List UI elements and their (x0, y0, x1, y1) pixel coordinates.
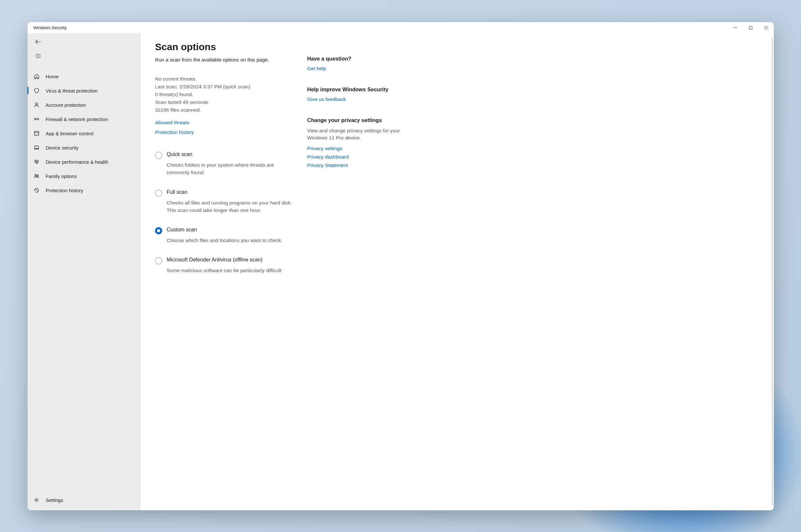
radio-description: Some malicious software can be particula… (167, 267, 282, 274)
radio-label: Microsoft Defender Antivirus (offline sc… (167, 257, 282, 263)
sidebar-item-label: Device performance & health (46, 159, 108, 165)
aside-privacy-block: Change your privacy settings View and ch… (307, 117, 401, 168)
svg-rect-1 (749, 26, 752, 29)
sidebar: Home Virus & threat protection Account p… (27, 33, 141, 510)
privacy-settings-link[interactable]: Privacy settings (307, 146, 401, 151)
close-button[interactable] (758, 22, 774, 33)
sidebar-item-account[interactable]: Account protection (27, 98, 141, 112)
person-icon (33, 101, 40, 108)
svg-point-7 (36, 103, 38, 105)
status-threats-found: 0 threat(s) found. (155, 91, 298, 98)
radio-option-quick-scan[interactable]: Quick scan Checks folders in your system… (155, 151, 298, 176)
svg-rect-9 (34, 131, 39, 135)
titlebar: Windows Security (27, 22, 774, 33)
radio-option-full-scan[interactable]: Full scan Checks all files and running p… (155, 189, 298, 214)
minimize-button[interactable] (727, 22, 743, 33)
window-body: Home Virus & threat protection Account p… (27, 33, 774, 510)
minimize-icon (733, 26, 737, 30)
radio-icon (155, 227, 162, 234)
scrollbar[interactable] (772, 38, 773, 506)
status-last-scan: Last scan: 2/28/2024 3:37 PM (quick scan… (155, 83, 298, 91)
radio-label: Full scan (167, 189, 298, 195)
back-arrow-icon (35, 39, 41, 44)
app-window-icon (33, 130, 40, 136)
gear-icon (33, 497, 40, 503)
back-button[interactable] (32, 36, 44, 48)
svg-point-13 (37, 175, 39, 176)
allowed-threats-link[interactable]: Allowed threats (155, 120, 298, 126)
scan-options-group: Quick scan Checks folders in your system… (155, 151, 298, 274)
radio-option-offline-scan[interactable]: Microsoft Defender Antivirus (offline sc… (155, 257, 298, 274)
sidebar-item-label: Family options (46, 173, 77, 179)
svg-point-12 (35, 174, 37, 176)
privacy-statement-link[interactable]: Privacy Statement (307, 163, 401, 168)
radio-description: Checks folders in your system where thre… (167, 161, 298, 176)
aside-text: View and change privacy settings for you… (307, 127, 401, 142)
titlebar-controls (727, 22, 774, 33)
protection-history-link[interactable]: Protection history (155, 130, 298, 135)
sidebar-item-protection-history[interactable]: Protection history (27, 183, 141, 197)
radio-icon (155, 257, 162, 264)
radio-description: Checks all files and running programs on… (167, 199, 298, 214)
sidebar-item-label: Settings (46, 497, 63, 503)
sidebar-item-settings[interactable]: Settings (27, 493, 141, 507)
history-icon (33, 187, 40, 193)
broadcast-icon (33, 116, 40, 122)
scan-status-block: No current threats. Last scan: 2/28/2024… (155, 75, 298, 114)
sidebar-item-device-security[interactable]: Device security (27, 140, 141, 155)
sidebar-item-label: Home (46, 74, 59, 79)
content-area: Scan options Run a scan from the availab… (141, 33, 774, 510)
sidebar-item-label: Device security (46, 145, 79, 151)
family-icon (33, 173, 40, 179)
sidebar-item-device-performance[interactable]: Device performance & health (27, 155, 141, 169)
aside-question-block: Have a question? Get help (307, 56, 401, 72)
feedback-link[interactable]: Give us feedback (307, 96, 401, 102)
sidebar-item-label: Firewall & network protection (46, 116, 108, 122)
sidebar-item-firewall[interactable]: Firewall & network protection (27, 112, 141, 126)
aside-title: Change your privacy settings (307, 117, 401, 123)
hamburger-button[interactable] (32, 50, 44, 62)
aside-improve-block: Help improve Windows Security Give us fe… (307, 87, 401, 102)
windows-security-window: Windows Security (27, 22, 774, 510)
sidebar-item-family[interactable]: Family options (27, 169, 141, 183)
get-help-link[interactable]: Get help (307, 66, 401, 72)
sidebar-item-app-browser[interactable]: App & browser control (27, 126, 141, 140)
sidebar-item-home[interactable]: Home (27, 69, 141, 83)
sidebar-item-label: Account protection (46, 102, 86, 108)
close-icon (764, 26, 768, 30)
status-files-scanned: 32296 files scanned. (155, 106, 298, 114)
status-duration: Scan lasted 49 seconds (155, 98, 298, 106)
radio-icon (155, 190, 162, 197)
sidebar-item-virus-threat[interactable]: Virus & threat protection (27, 83, 141, 98)
radio-description: Choose which files and locations you wan… (167, 236, 283, 244)
sidebar-item-label: Virus & threat protection (46, 88, 98, 94)
sidebar-item-label: Protection history (46, 188, 83, 193)
maximize-button[interactable] (743, 22, 758, 33)
svg-rect-11 (35, 146, 39, 149)
svg-point-8 (36, 119, 37, 119)
window-title: Windows Security (33, 25, 67, 30)
aside-column: Have a question? Get help Help improve W… (307, 41, 401, 510)
maximize-icon (749, 26, 752, 30)
heartbeat-icon (33, 158, 40, 165)
radio-icon (155, 152, 162, 159)
page-subtitle: Run a scan from the available options on… (155, 57, 298, 63)
main-column: Scan options Run a scan from the availab… (155, 41, 307, 510)
laptop-icon (33, 144, 40, 151)
privacy-dashboard-link[interactable]: Privacy dashboard (307, 154, 401, 160)
aside-title: Help improve Windows Security (307, 87, 401, 93)
shield-icon (33, 88, 40, 94)
aside-title: Have a question? (307, 56, 401, 62)
hamburger-icon (35, 54, 41, 58)
sidebar-item-label: App & browser control (46, 131, 94, 136)
status-no-threats: No current threats. (155, 75, 298, 83)
home-icon (33, 73, 40, 80)
radio-label: Custom scan (167, 227, 283, 233)
page-title: Scan options (155, 41, 298, 53)
sidebar-nav: Home Virus & threat protection Account p… (27, 64, 141, 493)
radio-label: Quick scan (167, 151, 298, 157)
svg-point-14 (36, 499, 38, 501)
radio-option-custom-scan[interactable]: Custom scan Choose which files and locat… (155, 227, 298, 244)
